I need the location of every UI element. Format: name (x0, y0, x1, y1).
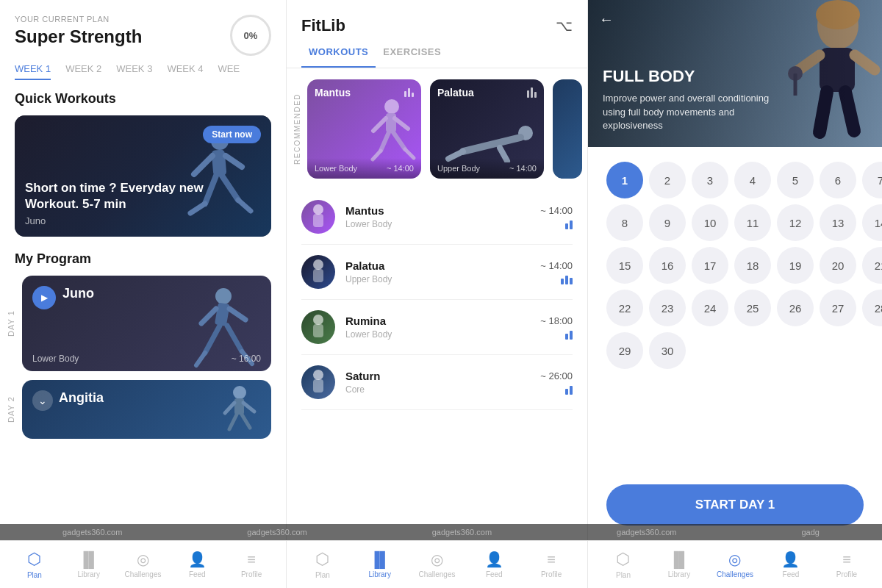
progress-circle: 0% (230, 15, 271, 56)
cal-day-24[interactable]: 24 (692, 290, 728, 326)
quick-workout-text: Short on time ? Everyday newWorkout. 5-7… (15, 170, 271, 237)
tab-exercises[interactable]: EXERCISES (376, 46, 448, 68)
program-days: DAY 1 ▶ (0, 276, 286, 540)
cal-day-20[interactable]: 20 (820, 247, 856, 284)
cal-day-22[interactable]: 22 (606, 290, 643, 326)
cal-day-4[interactable]: 4 (734, 162, 771, 198)
week-tab-1[interactable]: WEEK 1 (15, 63, 51, 80)
middle-nav-challenges[interactable]: ◎ Challenges (418, 551, 455, 578)
workout-list: Mantus Lower Body ~ 14:00 (287, 190, 587, 540)
right-nav-plan[interactable]: ⬡ Plan (605, 550, 642, 579)
left-nav-profile[interactable]: ≡ Profile (233, 551, 270, 578)
cal-day-23[interactable]: 23 (649, 290, 686, 326)
cal-day-3[interactable]: 3 (692, 162, 728, 198)
rec-card-1-category: Lower Body (315, 164, 357, 173)
cal-day-19[interactable]: 19 (777, 247, 814, 284)
rec-card-3-bg (553, 79, 582, 179)
workout-item-rumina[interactable]: Rumina Lower Body ~ 18:00 (301, 300, 573, 355)
day-2-label: DAY 2 (0, 380, 22, 439)
workout-right-mantus: ~ 14:00 (540, 205, 573, 229)
hero-content: FULL BODY Improve power and overall cond… (603, 67, 794, 132)
workout-bars-saturn (565, 386, 573, 395)
cal-day-30[interactable]: 30 (649, 332, 686, 369)
week-tab-2[interactable]: WEEK 2 (65, 63, 101, 80)
right-nav-profile[interactable]: ≡ Profile (828, 551, 865, 578)
cal-day-13[interactable]: 13 (820, 204, 856, 241)
left-nav-challenges[interactable]: ◎ Challenges (124, 551, 161, 578)
workout-category-palatua: Upper Body (345, 274, 530, 284)
cal-day-14[interactable]: 14 (862, 204, 882, 241)
middle-bottom-nav: ⬡ Plan ▐▌ Library ◎ Challenges 👤 Feed ≡ (287, 540, 587, 588)
middle-nav-profile[interactable]: ≡ Profile (533, 551, 570, 578)
cal-day-16[interactable]: 16 (649, 247, 686, 284)
cal-day-9[interactable]: 9 (649, 204, 686, 241)
cal-day-15[interactable]: 15 (606, 247, 643, 284)
cal-day-5[interactable]: 5 (777, 162, 814, 198)
start-now-badge[interactable]: Start now (203, 126, 261, 143)
workout-avatar-saturn (301, 365, 335, 399)
cal-day-21[interactable]: 21 (862, 247, 882, 284)
week-tab-3[interactable]: WEEK 3 (116, 63, 152, 80)
svg-line-18 (225, 403, 234, 413)
day2-collapse-btn[interactable]: ⌄ (32, 390, 53, 411)
filter-icon[interactable]: ⌥ (556, 17, 573, 35)
week-tab-4[interactable]: WEEK 4 (167, 63, 203, 80)
right-nav-challenges[interactable]: ◎ Challenges (717, 551, 753, 578)
hero-back-btn[interactable]: ← (599, 11, 614, 28)
middle-nav-feed[interactable]: 👤 Feed (476, 551, 512, 578)
right-nav-library[interactable]: ▐▌ Library (661, 551, 698, 578)
cal-day-7[interactable]: 7 (862, 162, 882, 198)
rec-card-3[interactable] (553, 79, 582, 179)
feed-icon: 👤 (188, 551, 207, 568)
cal-day-1[interactable]: 1 (606, 162, 643, 198)
middle-nav-profile-label: Profile (541, 570, 562, 578)
plan-label: YOUR CURRENT PLAN (15, 15, 142, 24)
left-nav-plan[interactable]: ⬡ Plan (16, 550, 53, 579)
workout-duration-palatua: ~ 14:00 (540, 260, 573, 271)
cal-day-29[interactable]: 29 (606, 332, 643, 369)
svg-rect-39 (313, 324, 323, 337)
tab-workouts[interactable]: WORKOUTS (301, 46, 376, 68)
right-nav-feed[interactable]: 👤 Feed (772, 551, 809, 578)
cal-day-17[interactable]: 17 (692, 247, 728, 284)
day1-duration: ~ 16:00 (232, 354, 261, 364)
quick-workout-card[interactable]: Start now Short on time ? Everyday newWo… (15, 115, 271, 237)
week-tab-5[interactable]: WEE (218, 63, 240, 80)
cal-day-2[interactable]: 2 (649, 162, 686, 198)
start-day-button[interactable]: START DAY 1 (606, 484, 864, 526)
left-nav-library[interactable]: ▐▌ Library (71, 551, 107, 578)
left-nav-feed[interactable]: 👤 Feed (179, 551, 215, 578)
cal-day-12[interactable]: 12 (777, 204, 814, 241)
rec-card-2-footer: Upper Body ~ 14:00 (430, 158, 544, 179)
cal-day-28[interactable]: 28 (862, 290, 882, 326)
right-nav-profile-label: Profile (836, 570, 857, 578)
cal-day-10[interactable]: 10 (692, 204, 728, 241)
workout-item-saturn[interactable]: Saturn Core ~ 26:00 (301, 355, 573, 410)
workout-item-palatua[interactable]: Palatua Upper Body ~ 14:00 (301, 245, 573, 300)
recommended-label: RECOMMENDED (287, 79, 307, 179)
rec-card-mantus[interactable]: Mantus (307, 79, 421, 179)
cal-day-25[interactable]: 25 (734, 290, 771, 326)
middle-nav-challenges-label: Challenges (418, 570, 455, 578)
cal-day-11[interactable]: 11 (734, 204, 771, 241)
middle-nav-plan[interactable]: ⬡ Plan (304, 550, 341, 579)
rec-card-palatua[interactable]: Palatua (430, 79, 544, 179)
middle-tabs: WORKOUTS EXERCISES (287, 46, 587, 68)
cal-day-6[interactable]: 6 (820, 162, 856, 198)
middle-feed-icon: 👤 (485, 551, 503, 568)
my-program-title: My Program (0, 251, 286, 267)
day1-play-btn[interactable]: ▶ (32, 286, 56, 309)
cal-day-27[interactable]: 27 (820, 290, 856, 326)
workout-item-mantus[interactable]: Mantus Lower Body ~ 14:00 (301, 190, 573, 245)
calendar-section: 1 2 3 4 5 6 7 8 9 10 11 12 13 14 15 16 1 (588, 147, 882, 540)
cal-day-18[interactable]: 18 (734, 247, 771, 284)
left-bottom-nav: ⬡ Plan ▐▌ Library ◎ Challenges 👤 Feed ≡ (0, 540, 286, 588)
workout-right-rumina: ~ 18:00 (540, 315, 573, 340)
middle-nav-library[interactable]: ▐▌ Library (362, 551, 398, 578)
svg-line-25 (395, 118, 408, 129)
cal-day-8[interactable]: 8 (606, 204, 643, 241)
day-2-card[interactable]: ⌄ Angitia (22, 380, 271, 439)
workout-name-palatua: Palatua (345, 259, 530, 272)
cal-day-26[interactable]: 26 (777, 290, 814, 326)
day-1-card[interactable]: ▶ Juno Lower Body ~ 16:00 (22, 276, 271, 371)
